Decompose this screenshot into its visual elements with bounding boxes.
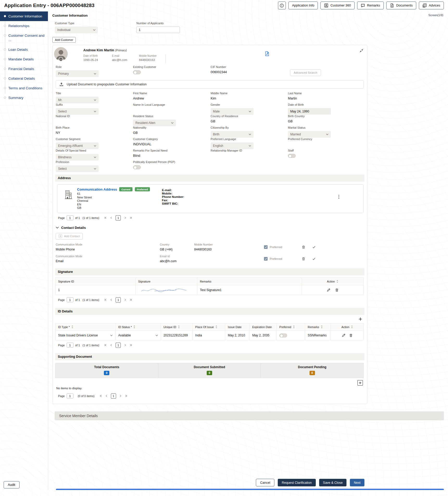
prev-page-button[interactable] — [105, 394, 108, 397]
preferred-language-select[interactable]: English — [211, 142, 254, 149]
remarks-header[interactable]: Remarks — [197, 278, 302, 285]
collapse-icon[interactable] — [359, 49, 363, 53]
first-page-button[interactable] — [104, 216, 107, 219]
documents-button[interactable]: Documents — [386, 2, 416, 9]
delete-icon[interactable] — [302, 245, 312, 249]
id-status-select[interactable]: Available — [118, 334, 158, 337]
role-select[interactable]: Primary — [56, 70, 99, 77]
current-page-button[interactable]: 1 — [111, 393, 116, 399]
sidebar-item-loan-details[interactable]: Loan Details — [0, 45, 48, 54]
delete-icon[interactable] — [349, 334, 353, 337]
sidebar-item-relationships[interactable]: Relationships — [0, 21, 48, 31]
resident-status-select[interactable]: Resident Alien — [133, 120, 176, 126]
action-header[interactable]: Action — [331, 323, 364, 331]
remarks-header[interactable]: Remarks — [305, 323, 331, 331]
page-number-input[interactable] — [67, 393, 73, 398]
pep-toggle[interactable] — [133, 165, 141, 169]
info-button[interactable] — [278, 2, 286, 9]
next-page-button[interactable] — [124, 298, 127, 301]
add-customer-button[interactable]: Add Customer — [52, 37, 76, 43]
confirm-check-icon[interactable] — [312, 245, 324, 249]
sidebar-item-terms-and-conditions[interactable]: Terms and Conditions — [0, 83, 48, 93]
customer-segment-select[interactable]: Emerging Affluent — [56, 142, 99, 149]
profession-select[interactable]: Select — [56, 165, 99, 172]
preferred-header[interactable]: Preferred — [277, 323, 305, 331]
add-contact-button[interactable]: Add Contact — [56, 233, 83, 240]
advanced-search-button[interactable]: Advanced Search — [290, 69, 321, 76]
page-number-input[interactable] — [67, 215, 73, 220]
current-page-button[interactable]: 1 — [116, 215, 121, 221]
last-page-button[interactable] — [129, 344, 132, 347]
last-page-button[interactable] — [129, 298, 132, 301]
first-page-button[interactable] — [104, 298, 107, 301]
next-button[interactable]: Next — [350, 479, 364, 486]
edit-icon[interactable] — [327, 288, 330, 292]
sidebar-item-financial-details[interactable]: Financial Details — [0, 64, 48, 74]
current-page-button[interactable]: 1 — [116, 297, 121, 303]
remarks-button[interactable]: Remarks — [357, 2, 384, 9]
signature-id-header[interactable]: Signature ID — [55, 278, 136, 285]
camera-icon[interactable] — [59, 57, 63, 61]
sidebar-item-customer-information[interactable]: Customer Information — [0, 11, 48, 21]
delete-icon[interactable] — [302, 257, 312, 261]
edit-icon[interactable] — [342, 334, 345, 337]
kebab-menu-icon[interactable]: ⋮ — [337, 194, 341, 199]
id-status-header[interactable]: ID Status * — [115, 323, 161, 331]
document-edit-icon[interactable] — [265, 51, 269, 56]
prev-page-button[interactable] — [110, 216, 113, 219]
confirm-check-icon[interactable] — [312, 257, 324, 261]
upload-document-bar[interactable]: Upload Document to prepopulate Customer … — [56, 80, 364, 89]
citizenship-by-select[interactable]: Birth — [211, 131, 254, 138]
next-page-button[interactable] — [124, 344, 127, 347]
add-document-button[interactable] — [357, 380, 363, 386]
customer-360-button[interactable]: Customer 360 — [320, 2, 355, 9]
service-member-details-bar[interactable]: Service Member Details — [55, 411, 444, 420]
id-type-header[interactable]: ID Type * — [55, 323, 116, 331]
last-page-button[interactable] — [129, 216, 132, 219]
current-page-button[interactable]: 1 — [116, 343, 121, 348]
id-preferred-toggle[interactable] — [279, 334, 287, 337]
issue-date-header[interactable]: Issue Date — [225, 323, 250, 331]
sidebar-item-collateral-details[interactable]: Collateral Details — [0, 74, 48, 83]
communication-address-link[interactable]: Communication Address — [77, 187, 117, 191]
sidebar-item-summary[interactable]: Summary — [0, 93, 48, 103]
preferred-checkbox[interactable] — [264, 257, 268, 261]
id-type-select[interactable]: State Issued Drivers License — [58, 334, 113, 337]
sidebar-item-mandate-details[interactable]: Mandate Details — [0, 54, 48, 64]
date-of-birth-value[interactable]: May 24, 1990 — [288, 108, 331, 115]
signature-header[interactable]: Signature — [135, 278, 197, 285]
prev-page-button[interactable] — [110, 344, 113, 347]
preferred-checkbox[interactable] — [264, 245, 268, 249]
next-page-button[interactable] — [124, 216, 127, 219]
special-need-select[interactable]: Blindness — [56, 154, 99, 161]
add-id-button[interactable] — [358, 317, 362, 321]
number-of-applicants-input[interactable] — [136, 27, 180, 33]
staff-toggle[interactable] — [288, 154, 296, 158]
cancel-button[interactable]: Cancel — [256, 479, 274, 486]
delete-icon[interactable] — [335, 288, 339, 292]
gender-select[interactable]: Male — [211, 108, 254, 115]
place-of-issue-header[interactable]: Place Of Issue — [192, 323, 225, 331]
suffix-select[interactable]: Select — [56, 108, 99, 115]
audit-button[interactable]: Audit — [4, 481, 20, 488]
request-clarification-button[interactable]: Request Clarification — [278, 479, 316, 486]
advices-button[interactable]: Advices — [419, 2, 444, 9]
expiration-date-header[interactable]: Expiration Date — [249, 323, 276, 331]
page-number-input[interactable] — [67, 343, 73, 348]
customer-type-select[interactable]: Individual — [55, 27, 98, 33]
contact-details-header[interactable]: Contact Details — [56, 226, 367, 230]
prev-page-button[interactable] — [110, 298, 113, 301]
sidebar-item-customer-consent[interactable]: Customer Consent and ... — [0, 31, 48, 45]
application-info-button[interactable]: Application Info — [288, 2, 318, 9]
title-select[interactable]: Mr. — [56, 97, 99, 103]
existing-customer-toggle[interactable] — [133, 70, 141, 74]
save-close-button[interactable]: Save & Close — [319, 479, 347, 486]
next-page-button[interactable] — [119, 394, 122, 397]
unique-id-header[interactable]: Unique ID — [161, 323, 192, 331]
avatar[interactable] — [54, 47, 68, 61]
marital-status-select[interactable]: Married — [288, 131, 331, 138]
last-page-button[interactable] — [125, 394, 128, 397]
first-page-button[interactable] — [99, 394, 102, 397]
action-header[interactable]: Action — [302, 278, 364, 285]
first-page-button[interactable] — [104, 344, 107, 347]
